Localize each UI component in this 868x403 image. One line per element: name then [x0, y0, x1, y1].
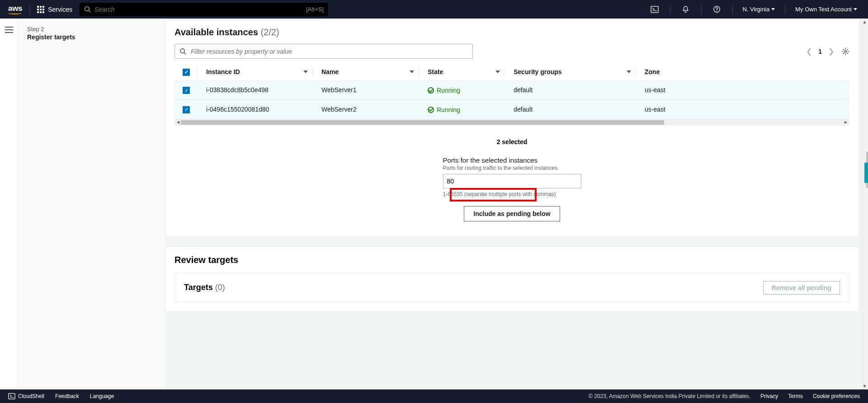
pagination: ❮ 1 ❯ [806, 47, 834, 56]
divider [670, 5, 670, 14]
targets-title: Targets (0) [184, 283, 225, 292]
cell-zone: us-east [637, 80, 849, 100]
divider [701, 5, 702, 14]
select-all-checkbox[interactable]: ✓ [183, 69, 190, 76]
ports-hint-text: 1-65535 (separate multiple ports with co… [443, 191, 556, 197]
status-ok-icon [428, 87, 434, 94]
main-content: Available instances (2/2) ❮ 1 [165, 19, 868, 389]
cell-state: Running [420, 100, 505, 119]
col-state-label: State [428, 68, 443, 75]
settings-button[interactable] [841, 47, 849, 56]
cell-sg: default [505, 100, 637, 119]
state-text: Running [437, 87, 460, 94]
aws-logo[interactable]: aws [8, 4, 22, 14]
services-label: Services [48, 6, 72, 13]
divider [732, 5, 733, 14]
help-icon[interactable] [709, 1, 725, 18]
search-icon [179, 48, 186, 55]
scroll-left-icon[interactable]: ◀ [175, 120, 181, 124]
divider [29, 5, 30, 14]
col-zone[interactable]: Zone [637, 63, 849, 80]
horizontal-scrollbar[interactable]: ◀ ▶ [175, 119, 849, 126]
svg-point-0 [85, 7, 89, 11]
col-security-groups[interactable]: Security groups [505, 63, 637, 80]
hamburger-icon[interactable] [5, 27, 13, 33]
col-state[interactable]: State [420, 63, 505, 80]
search-shortcut: [Alt+S] [306, 6, 324, 13]
svg-line-5 [184, 52, 186, 54]
account-label: My Own Test Account [795, 6, 852, 13]
scroll-down-icon[interactable]: ▼ [863, 383, 867, 389]
cell-zone: us-east [637, 100, 849, 119]
col-instance-id-label: Instance ID [206, 68, 240, 75]
page-number: 1 [818, 48, 822, 55]
step-title: Register targets [27, 33, 156, 41]
vertical-scrollbar[interactable]: ▲ ▼ [861, 19, 868, 389]
region-label: N. Virginia [743, 6, 770, 13]
instances-table: ✓ Instance ID Name State Security groups… [175, 63, 849, 119]
search-input[interactable] [94, 6, 306, 13]
status-ok-icon [428, 107, 434, 113]
targets-title-text: Targets [184, 283, 213, 292]
ports-section: 2 selected Ports for the selected instan… [175, 126, 849, 226]
state-text: Running [437, 106, 460, 113]
account-selector[interactable]: My Own Test Account [793, 6, 860, 13]
table-row[interactable]: ✓ i-0496c155020081d80 WebServer2 Running… [175, 100, 849, 119]
ports-label: Ports for the selected instances [443, 156, 581, 164]
svg-line-1 [89, 10, 90, 12]
prev-page-button[interactable]: ❮ [806, 47, 812, 56]
side-toggle [0, 19, 18, 389]
search-box[interactable]: [Alt+S] [80, 3, 328, 16]
services-button[interactable]: Services [37, 6, 72, 13]
notifications-icon[interactable] [678, 1, 694, 18]
cell-name: WebServer1 [313, 80, 420, 100]
cell-instance-id: i-03838cdc8b5c0e498 [198, 80, 313, 100]
col-name[interactable]: Name [313, 63, 420, 80]
step-label: Step 2 [27, 26, 156, 33]
col-name-label: Name [321, 68, 339, 75]
ports-input[interactable] [443, 174, 581, 188]
cloudshell-icon[interactable] [646, 1, 663, 18]
filter-input-wrap[interactable] [175, 44, 473, 59]
col-sg-label: Security groups [514, 68, 562, 75]
chevron-down-icon [771, 8, 775, 10]
cell-instance-id: i-0496c155020081d80 [198, 100, 313, 119]
review-title: Review targets [165, 247, 859, 273]
review-targets-panel: Review targets Targets (0) Remove all pe… [165, 246, 859, 312]
cell-sg: default [505, 80, 637, 100]
filter-input[interactable] [191, 48, 468, 55]
targets-box: Targets (0) Remove all pending [175, 273, 849, 302]
panel-title: Available instances (2/2) [175, 27, 279, 37]
chevron-down-icon [854, 8, 857, 10]
row-checkbox[interactable]: ✓ [183, 87, 190, 94]
next-page-button[interactable]: ❯ [828, 47, 834, 56]
top-nav: aws Services [Alt+S] N. Virginia My Own … [0, 0, 868, 19]
scroll-up-icon[interactable]: ▲ [863, 19, 867, 25]
ports-hint: 1-65535 (separate multiple ports with co… [443, 191, 581, 197]
remove-all-pending-button[interactable]: Remove all pending [763, 281, 840, 295]
include-pending-button[interactable]: Include as pending below [464, 206, 560, 221]
svg-point-4 [180, 49, 184, 53]
region-selector[interactable]: N. Virginia [740, 6, 778, 13]
targets-count: (0) [215, 283, 225, 292]
selected-count: 2 selected [175, 138, 849, 145]
wizard-sidebar: Step 2 Register targets [18, 19, 165, 389]
svg-point-6 [844, 50, 846, 52]
available-instances-panel: Available instances (2/2) ❮ 1 [165, 19, 859, 237]
ports-desc: Ports for routing traffic to the selecte… [443, 165, 581, 171]
search-icon [84, 6, 91, 13]
cell-state: Running [420, 80, 505, 100]
scroll-indicator [864, 163, 868, 183]
divider [785, 5, 785, 14]
scroll-right-icon[interactable]: ▶ [843, 120, 849, 124]
cell-name: WebServer2 [313, 100, 420, 119]
table-row[interactable]: ✓ i-03838cdc8b5c0e498 WebServer1 Running… [175, 80, 849, 100]
available-title-text: Available instances [175, 27, 258, 37]
col-zone-label: Zone [645, 68, 660, 75]
col-instance-id[interactable]: Instance ID [198, 63, 313, 80]
available-count: (2/2) [260, 27, 279, 37]
row-checkbox[interactable]: ✓ [183, 106, 190, 113]
grid-icon [37, 6, 44, 13]
